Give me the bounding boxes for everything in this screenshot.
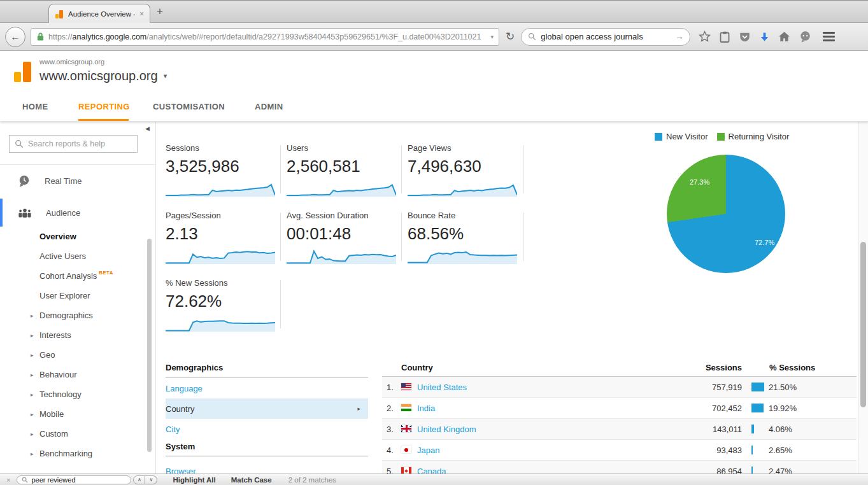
ga-favicon-icon xyxy=(55,10,64,18)
pct-value: 19.92% xyxy=(769,404,797,413)
sidebar-item-active-users[interactable]: Active Users xyxy=(39,246,150,266)
sparkline xyxy=(287,178,399,199)
demo-row-country[interactable]: Country▸ xyxy=(166,398,368,419)
country-link[interactable]: India xyxy=(417,404,435,413)
card-divider xyxy=(280,280,281,328)
sidebar-item-interests[interactable]: ▸Interests xyxy=(39,325,150,345)
account-name: www.omicsgroup.org xyxy=(39,58,104,66)
sidebar-item-demographics[interactable]: ▸Demographics xyxy=(39,306,150,325)
ga-header: www.omicsgroup.org www.omicsgroup.org ▾ … xyxy=(0,51,868,92)
pct-bar xyxy=(751,467,753,474)
search-go-icon[interactable]: → xyxy=(675,32,683,41)
scrollbar-thumb[interactable] xyxy=(860,242,866,407)
jp-flag-icon xyxy=(401,446,411,453)
tab-admin[interactable]: ADMIN xyxy=(255,92,283,121)
us-flag-icon xyxy=(401,383,411,390)
reports-search-box[interactable] xyxy=(9,135,138,153)
sparkline xyxy=(166,178,278,199)
tab-reporting[interactable]: REPORTING xyxy=(78,92,130,121)
country-row: 5.Canada86,9542.47% xyxy=(382,461,857,474)
country-link[interactable]: United Kingdom xyxy=(417,425,476,434)
ca-flag-icon xyxy=(401,467,411,474)
sidebar-item-real-time[interactable]: Real Time xyxy=(0,167,155,195)
reload-button[interactable]: ↻ xyxy=(506,30,515,43)
download-icon[interactable] xyxy=(760,32,769,42)
sidebar-item-geo[interactable]: ▸Geo xyxy=(39,345,150,365)
metric-card-sessions[interactable]: Sessions 3,525,986 xyxy=(166,143,278,199)
sessions-value: 93,483 xyxy=(688,446,742,455)
search-input[interactable] xyxy=(541,32,671,41)
pocket-icon[interactable] xyxy=(739,31,751,43)
sidebar-item-cohort-analysis[interactable]: Cohort AnalysisBETA xyxy=(39,266,150,286)
sidebar-divider xyxy=(0,164,156,165)
tab-home[interactable]: HOME xyxy=(22,92,48,121)
country-link[interactable]: Japan xyxy=(417,446,439,455)
demo-row-language[interactable]: Language xyxy=(166,378,368,398)
sidebar-item-technology[interactable]: ▸Technology xyxy=(39,384,150,404)
expand-caret-icon: ▸ xyxy=(31,313,34,319)
metric-card-pages-session[interactable]: Pages/Session 2.13 xyxy=(166,211,278,267)
expand-caret-icon: ▸ xyxy=(31,332,34,339)
metric-card-avg-duration[interactable]: Avg. Session Duration 00:01:48 xyxy=(287,211,399,267)
expand-caret-icon: ▸ xyxy=(31,411,34,418)
audience-subnav: OverviewActive UsersCohort AnalysisBETAU… xyxy=(39,227,150,463)
browser-tab[interactable]: Audience Overview – Anal... × xyxy=(48,4,150,24)
url-dropdown-icon[interactable]: ▾ xyxy=(490,34,494,40)
legend-swatch-icon xyxy=(717,133,725,141)
property-selector[interactable]: www.omicsgroup.org ▾ xyxy=(39,69,167,83)
sidebar-item-custom[interactable]: ▸Custom xyxy=(39,424,150,444)
demo-row-browser[interactable]: Browser xyxy=(166,461,368,474)
reports-search-input[interactable] xyxy=(28,139,132,148)
home-icon[interactable] xyxy=(778,31,790,42)
new-tab-button[interactable]: + xyxy=(157,5,163,18)
metric-card-users[interactable]: Users 2,560,581 xyxy=(287,143,399,199)
metric-card-pageviews[interactable]: Page Views 7,496,630 xyxy=(408,143,520,199)
active-tab-underline xyxy=(78,119,129,121)
visitor-pie-chart[interactable] xyxy=(667,155,785,273)
sparkline xyxy=(408,245,520,267)
find-input[interactable] xyxy=(31,476,126,484)
menu-hamburger-icon[interactable] xyxy=(823,32,835,41)
back-button[interactable]: ← xyxy=(5,27,25,47)
url-bar[interactable]: https://analytics.google.com/analytics/w… xyxy=(31,28,499,46)
sidebar-item-overview[interactable]: Overview xyxy=(39,227,150,246)
sessions-value: 86,954 xyxy=(688,467,742,474)
sidebar-item-audience[interactable]: Audience xyxy=(0,199,155,227)
row-rank: 1. xyxy=(387,383,394,392)
sidebar-item-mobile[interactable]: ▸Mobile xyxy=(39,404,150,424)
sidebar-item-benchmarking[interactable]: ▸Benchmarking xyxy=(39,444,150,463)
country-link[interactable]: United States xyxy=(417,383,467,392)
page-scrollbar[interactable] xyxy=(858,121,868,474)
find-next-button[interactable]: ∨ xyxy=(145,475,157,484)
country-link[interactable]: Canada xyxy=(417,467,446,474)
beta-badge: BETA xyxy=(99,270,113,276)
sparkline xyxy=(287,245,399,267)
find-input-box[interactable] xyxy=(17,475,131,484)
browser-tab-strip: Audience Overview – Anal... × + xyxy=(0,0,868,23)
bookmark-star-icon[interactable] xyxy=(699,31,711,43)
metric-card-new-sessions[interactable]: % New Sessions 72.62% xyxy=(166,278,278,334)
search-icon xyxy=(528,32,536,41)
sparkline xyxy=(166,245,278,267)
country-table-header: Country Sessions % Sessions xyxy=(382,363,857,377)
pct-value: 4.06% xyxy=(769,425,792,434)
sidebar-scrollbar-thumb[interactable] xyxy=(147,239,152,452)
row-rank: 4. xyxy=(387,446,394,455)
highlight-all-button[interactable]: Highlight All xyxy=(173,476,215,484)
tab-close-icon[interactable]: × xyxy=(139,10,144,18)
sidebar-item-user-explorer[interactable]: User Explorer xyxy=(39,286,150,306)
match-case-button[interactable]: Match Case xyxy=(231,476,272,484)
demo-row-city[interactable]: City xyxy=(166,419,368,439)
pct-bar xyxy=(751,425,754,433)
sidebar-collapse-icon[interactable]: ◀ xyxy=(145,125,150,132)
reading-list-icon[interactable] xyxy=(720,31,730,43)
sidebar-item-behaviour[interactable]: ▸Behaviour xyxy=(39,365,150,384)
country-row: 2.India702,45219.92% xyxy=(382,398,857,419)
findbar-close-icon[interactable]: × xyxy=(6,476,10,484)
tab-customisation[interactable]: CUSTOMISATION xyxy=(153,92,225,121)
card-divider xyxy=(523,145,524,193)
browser-search-bar[interactable]: → xyxy=(521,28,690,46)
metric-card-bounce-rate[interactable]: Bounce Rate 68.56% xyxy=(408,211,520,267)
chat-icon[interactable] xyxy=(799,31,811,43)
find-previous-button[interactable]: ∧ xyxy=(133,475,145,484)
